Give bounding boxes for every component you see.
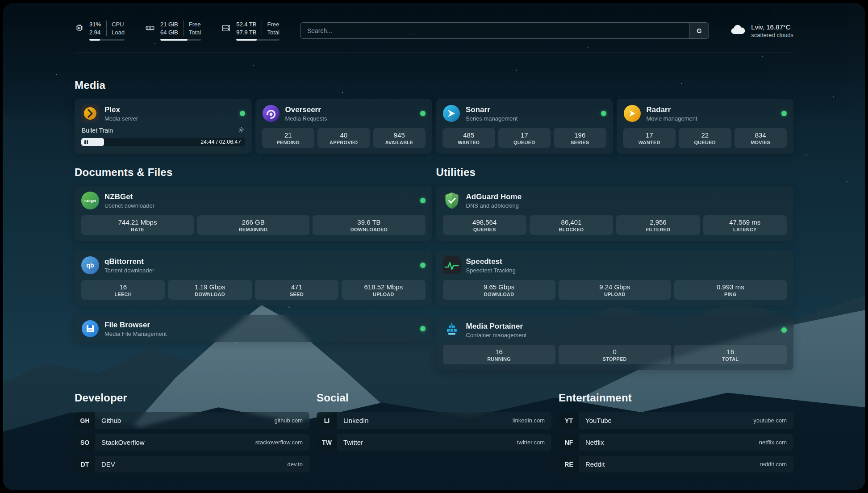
weather-condition: scattered clouds	[751, 32, 793, 38]
overseerr-link[interactable]: Overseerr Media Requests	[262, 104, 426, 122]
speedtest-name: Speedtest	[466, 257, 516, 266]
speedtest-subtitle: Speedtest Tracking	[466, 267, 516, 274]
stat-filtered: 2,956 FILTERED	[616, 215, 700, 235]
disk-icon	[221, 23, 231, 34]
memory-icon	[145, 23, 155, 35]
portainer-name: Media Portainer	[466, 322, 527, 331]
radarr-link[interactable]: Radarr Movie management	[623, 104, 787, 122]
disk-total-value: 97.9 TB	[236, 29, 256, 36]
cpu-load-label: Load	[106, 29, 125, 36]
plex-subtitle: Media server	[104, 115, 138, 122]
filebrowser-link[interactable]: File Browser Media File Management	[81, 320, 426, 338]
search-input[interactable]	[300, 23, 689, 38]
stat-rate: 744.21 Mbps RATE	[81, 215, 194, 235]
dashboard-screen: 31% CPU 2.94 Load 21 GiB Free 64 GiB Tot…	[3, 3, 865, 490]
qbittorrent-name: qBittorrent	[104, 257, 154, 266]
background-snow-specks	[3, 3, 4, 4]
service-card-filebrowser: File Browser Media File Management	[75, 315, 432, 342]
search-engine-button[interactable]: G	[689, 23, 709, 38]
filebrowser-name: File Browser	[104, 321, 167, 330]
plex-status-dot	[240, 111, 245, 116]
stat-running: 16 RUNNING	[443, 345, 555, 364]
bookmark-group-developer: Developer GH Github github.com SO StackO…	[75, 392, 309, 472]
bookmark-abbr: RE	[559, 456, 579, 472]
bookmark-linkedin[interactable]: LI LinkedIn linkedin.com	[317, 412, 551, 429]
qbittorrent-link[interactable]: qb qBittorrent Torrent downloader	[81, 256, 426, 274]
adguard-link[interactable]: AdGuard Home DNS and adblocking	[443, 192, 787, 209]
bookmark-name: Twitter	[337, 439, 363, 446]
stat-movies: 834 MOVIES	[734, 128, 787, 148]
top-bar: 31% CPU 2.94 Load 21 GiB Free 64 GiB Tot…	[75, 3, 793, 41]
stat-downloaded: 39.6 TB DOWNLOADED	[313, 215, 425, 235]
bookmark-domain: netflix.com	[759, 439, 793, 446]
playback-progress-bar: 24:44 / 02:06:47	[81, 138, 245, 146]
filebrowser-subtitle: Media File Management	[104, 330, 167, 337]
bookmark-domain: github.com	[274, 417, 309, 424]
service-card-nzbget: nzbget NZBGet Usenet downloader 744.21 M…	[75, 186, 432, 241]
stat-download: 1.19 Gbps DOWNLOAD	[168, 280, 251, 300]
sonarr-link[interactable]: Sonarr Series management	[442, 104, 606, 122]
bookmark-twitter[interactable]: TW Twitter twitter.com	[317, 434, 551, 451]
weather-widget: Lviv, 16.87°C scattered clouds	[730, 22, 793, 40]
overseerr-name: Overseerr	[285, 105, 327, 114]
weather-location: Lviv, 16.87°C	[751, 23, 793, 31]
radarr-subtitle: Movie management	[647, 115, 697, 122]
stat-blocked: 86,401 BLOCKED	[530, 215, 613, 235]
qbittorrent-subtitle: Torrent downloader	[104, 267, 154, 274]
sonarr-subtitle: Series management	[466, 115, 517, 122]
bookmark-name: StackOverflow	[95, 439, 145, 446]
service-card-sonarr: Sonarr Series management 485 WANTED 17 Q…	[436, 99, 613, 154]
stat-ping: 0.993 ms PING	[674, 280, 787, 300]
bookmark-name: YouTube	[579, 417, 612, 424]
sonarr-icon	[442, 104, 460, 122]
bookmark-abbr: DT	[75, 456, 95, 472]
bookmark-dev[interactable]: DT DEV dev.to	[75, 456, 309, 472]
adguard-name: AdGuard Home	[466, 192, 522, 201]
cpu-widget: 31% CPU 2.94 Load	[75, 21, 125, 41]
disk-free-label: Free	[262, 21, 279, 28]
bookmark-domain: linkedin.com	[513, 417, 551, 424]
bookmark-github[interactable]: GH Github github.com	[75, 412, 309, 429]
cpu-usage-label: CPU	[106, 21, 125, 28]
bookmark-reddit[interactable]: RE Reddit reddit.com	[559, 456, 793, 472]
bookmark-netflix[interactable]: NF Netflix netflix.com	[559, 434, 793, 451]
memory-total-label: Total	[184, 29, 201, 36]
disk-widget: 52.4 TB Free 97.9 TB Total	[221, 21, 280, 41]
nzbget-link[interactable]: nzbget NZBGet Usenet downloader	[81, 192, 426, 209]
plex-now-playing: Bullet Train 24:44 / 02:06:47	[81, 126, 245, 146]
bookmark-stackoverflow[interactable]: SO StackOverflow stackoverflow.com	[75, 434, 309, 451]
filebrowser-status-dot	[420, 326, 426, 331]
bookmark-name: DEV	[95, 460, 115, 468]
portainer-subtitle: Container management	[466, 332, 527, 338]
stat-wanted: 17 WANTED	[623, 128, 676, 148]
disk-usage-bar	[236, 39, 280, 41]
stat-download: 9.65 Gbps DOWNLOAD	[443, 280, 555, 300]
memory-usage-bar	[160, 39, 201, 41]
speedtest-link[interactable]: Speedtest Speedtest Tracking	[443, 256, 787, 274]
bookmark-abbr: GH	[75, 412, 95, 429]
bookmark-abbr: SO	[75, 434, 95, 451]
portainer-icon	[443, 321, 461, 339]
search-bar: G	[300, 22, 709, 39]
portainer-link[interactable]: Media Portainer Container management	[443, 321, 787, 339]
bookmark-domain: youtube.com	[754, 417, 793, 424]
radarr-icon	[623, 104, 641, 122]
playback-time: 24:44 / 02:06:47	[200, 139, 241, 145]
player-settings-icon[interactable]	[238, 126, 245, 134]
stat-stopped: 0 STOPPED	[559, 345, 671, 364]
bookmark-youtube[interactable]: YT YouTube youtube.com	[559, 412, 793, 429]
bookmark-abbr: TW	[317, 434, 337, 451]
plex-link[interactable]: Plex Media server	[81, 104, 245, 122]
disk-free-value: 52.4 TB	[236, 21, 256, 28]
cpu-usage-bar	[89, 39, 125, 41]
service-card-speedtest: Speedtest Speedtest Tracking 9.65 Gbps D…	[436, 251, 794, 305]
stat-upload: 9.24 Gbps UPLOAD	[559, 280, 671, 300]
bookmark-name: Github	[95, 417, 121, 424]
bookmark-name: LinkedIn	[337, 417, 369, 424]
bookmark-name: Netflix	[579, 439, 604, 446]
bookmark-abbr: YT	[559, 412, 579, 429]
stat-queued: 17 QUEUED	[498, 128, 551, 148]
disk-total-label: Total	[262, 29, 279, 36]
stat-queries: 498,564 QUERIES	[443, 215, 526, 235]
memory-total-value: 64 GiB	[160, 29, 178, 36]
